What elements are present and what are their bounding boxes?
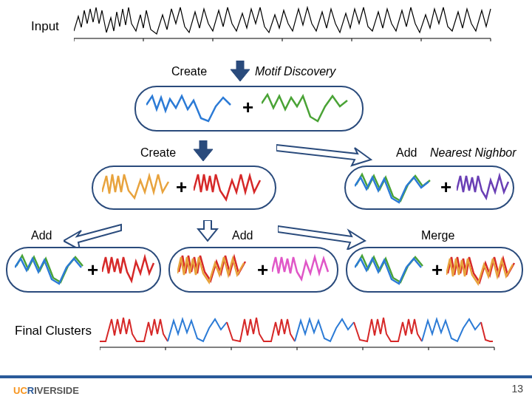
label-create-1: Create — [171, 65, 207, 78]
svg-marker-8 — [231, 61, 250, 81]
svg-marker-11 — [64, 225, 121, 250]
row3b-magenta — [272, 253, 332, 287]
label-add-nn: Add — [396, 146, 417, 160]
label-create-2: Create — [140, 146, 176, 160]
input-timeseries — [74, 1, 495, 46]
row2-purple — [457, 171, 510, 204]
arrow-diag-right-2 — [278, 220, 366, 250]
plus-row3-c: + — [432, 260, 443, 279]
arrow-down-3 — [197, 220, 219, 242]
footer-bar — [0, 375, 532, 378]
label-motif-discovery: Motif Discovery — [255, 65, 335, 78]
arrow-down-1 — [229, 61, 251, 83]
motif-blue — [146, 90, 235, 127]
arrow-down-2 — [192, 140, 214, 163]
motif-green — [262, 90, 350, 127]
row3a-cluster — [15, 251, 85, 288]
label-merge: Merge — [421, 229, 454, 242]
svg-marker-9 — [194, 140, 213, 161]
row2-gold — [102, 170, 172, 205]
row3b-cluster — [177, 251, 255, 288]
final-clusters-series — [100, 312, 499, 355]
row3a-red — [102, 253, 155, 287]
logo-ucriverside: UCRIVERSIDE — [13, 385, 79, 396]
plus-row3-b: + — [257, 260, 268, 279]
arrow-diag-right-1 — [276, 137, 372, 171]
label-final-clusters: Final Clusters — [15, 324, 92, 338]
logo-r: R — [27, 385, 34, 396]
row2-red — [194, 170, 267, 205]
plus-row2-right: + — [440, 177, 451, 197]
label-add-mid: Add — [232, 229, 253, 242]
row3c-left — [355, 251, 429, 288]
row3c-right — [446, 253, 517, 288]
arrow-diag-left — [64, 220, 123, 250]
plus-row3-a: + — [87, 260, 98, 279]
logo-uc: UC — [13, 385, 27, 396]
label-add-left: Add — [31, 229, 52, 242]
plus-row2-left: + — [176, 177, 187, 197]
plus-row1: + — [242, 98, 253, 117]
row2-cluster-bg — [355, 170, 436, 205]
svg-marker-12 — [198, 220, 217, 241]
label-nearest-neighbor: Nearest Nighbor — [430, 146, 516, 160]
logo-rest: IVERSIDE — [34, 385, 79, 396]
svg-marker-10 — [276, 145, 371, 166]
label-input: Input — [31, 19, 59, 34]
page-number: 13 — [511, 383, 523, 395]
